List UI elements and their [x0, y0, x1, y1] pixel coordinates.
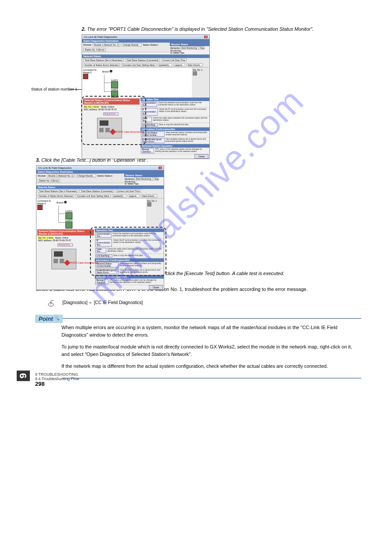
mac-label-2: MAC address: 00-80-70-00-7F-07 [38, 239, 71, 242]
step2-text: The error "PORT1 Cable Disconnection" is… [87, 26, 313, 32]
dialog2-title-text: CC-Link IE Field Diagnostics [38, 167, 72, 169]
select-station-label-d2: Select Station: [97, 174, 113, 177]
module-label: Module [83, 44, 91, 46]
remote-desc-d2: CPU status of the selected station can b… [109, 279, 163, 284]
status-toolbar-2: Total Slave Stations (Set in Parameter) … [36, 189, 164, 199]
mouse-nav: [Diagnostics] ⇒ [CC IE Field Diagnostics… [47, 300, 143, 309]
point-badge: Point [35, 315, 63, 323]
enable-desc: View disabled stations set to ignore err… [165, 138, 209, 143]
ip-comm-desc: Check the IP communication route from th… [158, 108, 209, 116]
branch-label-d2: Branch [57, 201, 64, 204]
total-slave-button-d2[interactable]: Total Slave Stations (Set in Parameter) [38, 189, 78, 193]
module-detail-graphic: PORT1 Cable Disconnection [97, 118, 122, 138]
network-map-panel: Connected St. Master:0 Branch Local:1 [82, 68, 192, 98]
module-icon [83, 74, 88, 79]
current-link-button-d2[interactable]: Current Link Scan Time [115, 189, 141, 193]
close-button-1[interactable]: Close [194, 154, 209, 159]
change-module-button-d2[interactable]: Change Module... [76, 174, 96, 178]
point-para2: To jump to the master/local module which… [61, 343, 357, 358]
num-err-button[interactable]: Number of Station Errors Detected [83, 63, 120, 67]
branch-label: Branch [102, 70, 109, 73]
page-number: 298 [35, 381, 45, 387]
update-button[interactable]: Update(K)... [158, 63, 172, 67]
total-slave-conn-button-d2[interactable]: Total Slave Stations (Connected) [79, 189, 114, 193]
data-unlock-button-d2[interactable]: Data Unlock... [141, 194, 157, 198]
local1-module-icon[interactable] [111, 81, 118, 88]
dialog2: CC-Link IE Field Diagnostics × Select Di… [36, 165, 164, 290]
sel-op-header: Selected Station Operation [140, 144, 209, 148]
point-content: When multiple errors are occurring in a … [61, 324, 357, 370]
sta-box-icon [193, 71, 197, 76]
side-panel-2: Sta. No. 1 [146, 199, 164, 229]
dashed-highlight-2 [90, 227, 166, 276]
chapter-tab: 9 [17, 370, 30, 381]
cable-test-desc: Check the cable status between the conne… [153, 117, 209, 122]
select-diag-dest-hdr: Select Diagnostics Destination [82, 39, 209, 43]
step2-number: 2. [82, 26, 86, 32]
legend-button[interactable]: Legend... [173, 63, 185, 67]
module-dropdown-d2[interactable]: Module 1 (Network No. 1) [47, 174, 75, 178]
select-station-dropdown[interactable]: Station No. 0 (Error) [83, 48, 106, 51]
select-diag-dest-hdr-2: Select Diagnostics Destination [36, 170, 164, 174]
close-icon[interactable]: × [204, 36, 208, 38]
port1-error-label: PORT1 Cable Disconnection [116, 131, 147, 133]
reserved-desc: View reserved station numbers and tempor… [165, 131, 209, 137]
port1-error-label-2: PORT1 Cable Disconnection [70, 261, 101, 264]
start-monitoring-button-d2[interactable]: Start Monitoring [134, 177, 152, 181]
menu-arrow-icon: ⇒ [89, 300, 94, 305]
num-err-button-d2[interactable]: Number of Station Errors Detected [38, 194, 74, 198]
update-button-d2[interactable]: Update(K)... [112, 194, 126, 198]
mouse-icon [47, 300, 58, 309]
change-module-button[interactable]: Change Module... [122, 43, 141, 47]
module-detail-graphic-2: PORT1 Cable Disconnection [51, 249, 76, 269]
dialog2-titlebar: CC-Link IE Field Diagnostics × [36, 166, 164, 170]
figure1-area: Status of station number 1 Error details… [82, 34, 361, 149]
network-status-hdr: Network Status [82, 54, 209, 58]
error-marker-icon-2 [64, 260, 70, 266]
step2-line: 2. The error "PORT1 Cable Disconnection"… [82, 26, 361, 32]
op-test-header: Operation Test [140, 98, 209, 101]
close-button-2[interactable]: Close [149, 285, 163, 290]
sta-box-icon-d2 [147, 202, 151, 207]
error-marker-icon [110, 129, 116, 135]
module-label-d2: Module [38, 174, 46, 177]
network-status-hdr-2: Network Status [36, 185, 164, 189]
branch-dot-icon [110, 70, 112, 73]
module-dropdown[interactable]: Module 1 (Network No. 1) [93, 43, 120, 47]
conn-link-button-d2[interactable]: Constant Link Scan Setting Value [76, 194, 111, 198]
remote-op-button[interactable]: Remote Operation... [141, 148, 154, 153]
module-error-button-2[interactable]: Module Error... [58, 243, 73, 247]
conn-link-button[interactable]: Constant Link Scan Setting Value [121, 63, 156, 67]
remote-desc: CPU status of the selected station can b… [155, 148, 209, 153]
close-icon-2[interactable]: × [158, 167, 162, 169]
toolbar1-d2: Module Module 1 (Network No. 1) Change M… [36, 174, 124, 183]
total-slave-conn-button[interactable]: Total Slave Stations (Connected) [125, 58, 160, 62]
comm-test-desc: Check the transient communication route … [158, 102, 209, 107]
start-monitoring-button[interactable]: Start Monitoring [180, 46, 198, 50]
current-link-button[interactable]: Current Link Scan Time [161, 58, 187, 62]
point-top-line [61, 318, 361, 319]
station-type-label-d2: St. Station Type [125, 183, 139, 185]
module-icon-d2 [37, 205, 43, 210]
footer-text: 9 TROUBLESHOOTING 9.4 Troubleshooting Fl… [35, 372, 79, 381]
footer-line1: 9 TROUBLESHOOTING [35, 372, 78, 377]
point-para1: When multiple errors are occurring in a … [61, 324, 357, 339]
select-station-dropdown-d2[interactable]: Station No. 0 (Error) [38, 179, 60, 182]
monitor-status-hdr-d2: Monitor Status [124, 174, 164, 177]
menu-cc-ie-field: [CC IE Field Diagnostics] [94, 300, 143, 305]
data-unlock-button[interactable]: Data Unlock... [187, 63, 203, 67]
side-panel: Sta. No. 1 [192, 68, 209, 98]
total-slave-button[interactable]: Total Slave Stations (Set in Parameter) [83, 58, 124, 62]
info-conf-header: Information Confirmation/Set [140, 127, 209, 131]
local2-module-icon-d2[interactable] [65, 221, 72, 229]
remote-op-button-2[interactable]: Remote Operation... [95, 279, 108, 284]
network-map-panel-2: Connected St. Master:0 Branch Local:1 [36, 199, 146, 229]
status-toolbar: Total Slave Stations (Set in Parameter) … [82, 58, 209, 68]
legend-button-d2[interactable]: Legend... [128, 194, 140, 198]
local1-module-icon-d2[interactable] [65, 212, 72, 219]
station-type-label: St. Station Type [170, 52, 184, 54]
menu-diagnostics: [Diagnostics] [62, 300, 87, 305]
toolbar1: Module Module 1 (Network No. 1) Change M… [82, 43, 170, 52]
dialog1-titlebar: CC-Link IE Field Diagnostics × [82, 35, 209, 39]
dialog1: CC-Link IE Field Diagnostics × Select Di… [82, 34, 210, 159]
